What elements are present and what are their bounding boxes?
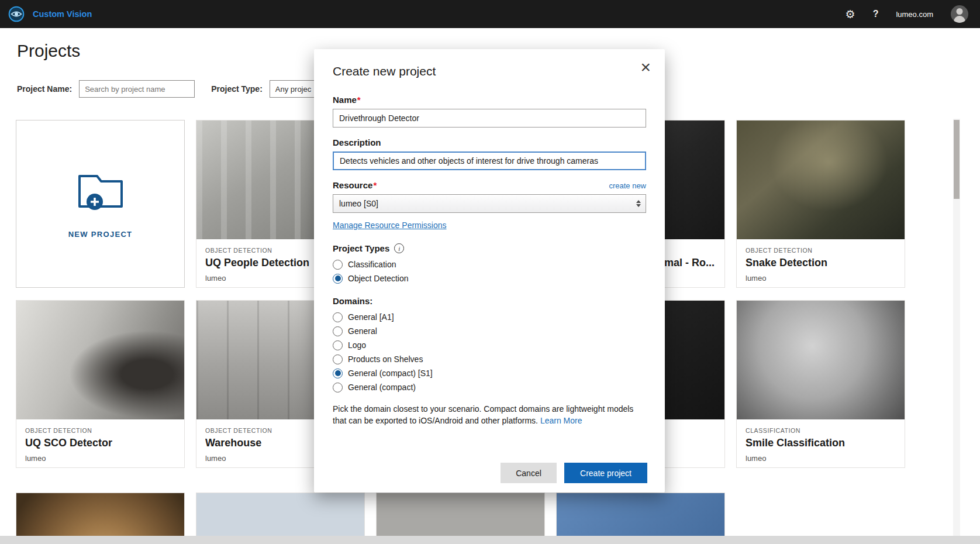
new-project-card[interactable]: NEW PROJECT bbox=[16, 120, 185, 288]
topbar: Custom Vision ⚙ ? lumeo.com bbox=[0, 0, 980, 28]
manage-resource-permissions-link[interactable]: Manage Resource Permissions bbox=[333, 221, 447, 230]
create-new-resource-link[interactable]: create new bbox=[609, 181, 646, 190]
create-project-dialog: Create new project × Name* Description R… bbox=[314, 49, 665, 493]
radio-icon[interactable] bbox=[333, 326, 343, 336]
vertical-scrollbar[interactable] bbox=[953, 119, 960, 536]
cancel-button[interactable]: Cancel bbox=[501, 463, 557, 483]
domain-option-general-compact-s1[interactable]: General (compact) [S1] bbox=[333, 366, 646, 380]
new-project-folder-icon bbox=[75, 169, 126, 214]
help-icon[interactable]: ? bbox=[873, 9, 879, 19]
description-field-label: Description bbox=[333, 137, 646, 147]
custom-vision-logo-icon bbox=[8, 6, 25, 22]
radio-icon[interactable] bbox=[333, 340, 343, 350]
project-owner: lumeo bbox=[746, 454, 896, 463]
project-types-label: Project Types bbox=[333, 243, 389, 253]
user-avatar[interactable] bbox=[951, 5, 968, 23]
project-owner: lumeo bbox=[746, 274, 896, 283]
project-card-uq-sco-detector[interactable]: OBJECT DETECTION UQ SCO Detector lumeo bbox=[16, 300, 185, 468]
project-name-filter-label: Project Name: bbox=[17, 84, 72, 94]
required-asterisk: * bbox=[373, 180, 377, 190]
create-project-button[interactable]: Create project bbox=[564, 463, 647, 483]
domain-option-logo[interactable]: Logo bbox=[333, 338, 646, 352]
domain-help-text-body: Pick the domain closest to your scenario… bbox=[333, 404, 633, 425]
name-label-text: Name bbox=[333, 95, 357, 105]
project-title: Smile Classification bbox=[746, 437, 896, 449]
scrollbar-thumb[interactable] bbox=[954, 120, 960, 199]
project-type-filter-label: Project Type: bbox=[211, 84, 263, 94]
resource-select[interactable]: lumeo [S0] bbox=[333, 194, 646, 213]
radio-icon[interactable] bbox=[333, 312, 343, 322]
radio-icon[interactable] bbox=[333, 274, 343, 284]
domain-option-general-compact[interactable]: General (compact) bbox=[333, 380, 646, 394]
name-field-label: Name* bbox=[333, 95, 646, 105]
domain-option-general-a1[interactable]: General [A1] bbox=[333, 310, 646, 324]
project-title: UQ SCO Detector bbox=[25, 437, 175, 449]
project-title: Snake Detection bbox=[746, 257, 896, 269]
project-thumbnail bbox=[737, 120, 905, 239]
info-icon[interactable]: i bbox=[394, 243, 404, 253]
project-card-snake-detection[interactable]: OBJECT DETECTION Snake Detection lumeo bbox=[736, 120, 905, 288]
directory-name[interactable]: lumeo.com bbox=[896, 10, 933, 19]
new-project-label: NEW PROJECT bbox=[68, 230, 133, 239]
select-spinner-icon bbox=[636, 200, 641, 207]
learn-more-link[interactable]: Learn More bbox=[540, 416, 582, 425]
required-asterisk: * bbox=[357, 95, 361, 105]
project-owner: lumeo bbox=[25, 454, 175, 463]
radio-icon[interactable] bbox=[333, 383, 343, 392]
domain-option-products-on-shelves[interactable]: Products on Shelves bbox=[333, 352, 646, 366]
app-title[interactable]: Custom Vision bbox=[33, 9, 92, 19]
resource-field-label: Resource* bbox=[333, 180, 377, 190]
project-name-search-input[interactable] bbox=[79, 80, 195, 98]
page-title: Projects bbox=[17, 41, 80, 61]
close-icon[interactable]: × bbox=[640, 58, 651, 76]
radio-label: General bbox=[348, 326, 377, 336]
radio-label: General [A1] bbox=[348, 312, 394, 322]
radio-icon[interactable] bbox=[333, 260, 343, 270]
dialog-title: Create new project bbox=[333, 64, 646, 78]
resource-select-value: lumeo [S0] bbox=[339, 199, 378, 208]
custom-vision-app: Custom Vision ⚙ ? lumeo.com Projects Pro… bbox=[0, 0, 980, 544]
radio-label: Object Detection bbox=[348, 274, 409, 283]
project-type-option-classification[interactable]: Classification bbox=[333, 257, 646, 271]
project-type-badge: OBJECT DETECTION bbox=[25, 427, 175, 434]
domain-help-text: Pick the domain closest to your scenario… bbox=[333, 403, 646, 426]
project-name-input[interactable] bbox=[333, 109, 646, 128]
radio-icon[interactable] bbox=[333, 354, 343, 364]
project-type-badge: CLASSIFICATION bbox=[746, 427, 896, 434]
project-thumbnail bbox=[16, 301, 184, 419]
radio-label: General (compact) bbox=[348, 383, 416, 392]
project-type-option-object-detection[interactable]: Object Detection bbox=[333, 271, 646, 285]
radio-label: Classification bbox=[348, 260, 396, 269]
domains-label: Domains: bbox=[333, 296, 646, 306]
horizontal-scrollbar[interactable] bbox=[0, 536, 980, 544]
settings-gear-icon[interactable]: ⚙ bbox=[846, 9, 855, 20]
radio-label: General (compact) [S1] bbox=[348, 369, 433, 378]
project-type-dropdown-value: Any projec bbox=[275, 85, 311, 94]
domain-option-general[interactable]: General bbox=[333, 324, 646, 338]
resource-label-text: Resource bbox=[333, 180, 372, 190]
project-card-smile-classification[interactable]: CLASSIFICATION Smile Classification lume… bbox=[736, 300, 905, 468]
radio-icon[interactable] bbox=[333, 369, 343, 378]
radio-label: Logo bbox=[348, 340, 366, 350]
project-thumbnail bbox=[737, 301, 905, 419]
radio-label: Products on Shelves bbox=[348, 354, 423, 364]
project-description-input[interactable] bbox=[333, 152, 646, 170]
project-type-badge: OBJECT DETECTION bbox=[746, 247, 896, 254]
